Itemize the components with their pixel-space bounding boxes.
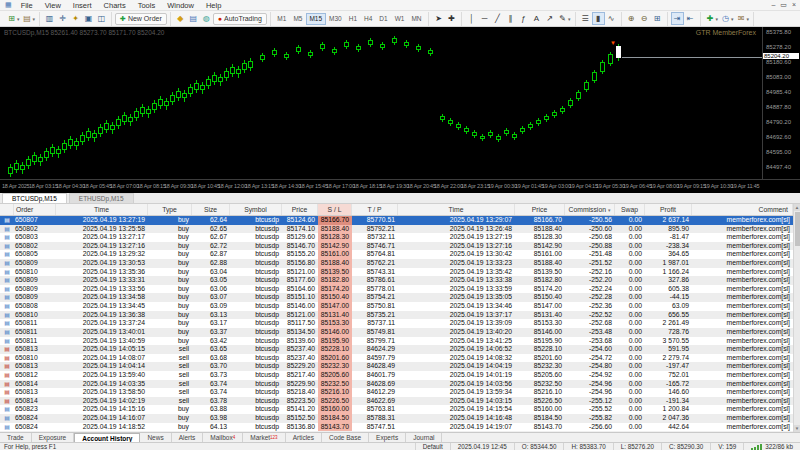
history-row[interactable]: ▤6508112025.04.19 13:40:59buy63.42btcusd… — [0, 337, 793, 346]
history-row[interactable]: ▤6508122025.04.19 13:59:40sell63.73btcus… — [0, 371, 793, 380]
history-row[interactable]: ▤6508092025.04.19 13:34:58buy63.07btcusd… — [0, 293, 793, 302]
dropdown-caret-icon[interactable]: ▾ — [17, 16, 20, 22]
navigator-icon[interactable]: ✦ — [69, 12, 82, 25]
chart-shift-icon[interactable]: ⇤ — [684, 12, 697, 25]
menu-insert[interactable]: Insert — [67, 1, 98, 10]
menu-file[interactable]: File — [15, 1, 39, 10]
tab-journal[interactable]: Journal — [406, 433, 442, 442]
channel-icon[interactable]: ∥ — [504, 12, 517, 25]
menu-tools[interactable]: Tools — [132, 1, 162, 10]
timeframe-h1[interactable]: H1 — [345, 13, 360, 25]
bar-chart-icon[interactable]: ☰ — [579, 12, 592, 25]
scroll-thumb[interactable] — [795, 212, 800, 246]
candlestick-chart-icon[interactable]: ▮ — [592, 12, 605, 25]
history-row[interactable]: ▤6508142025.04.19 14:03:35sell63.74btcus… — [0, 380, 793, 389]
dropdown-caret-icon[interactable]: ▾ — [716, 16, 719, 22]
history-row[interactable]: ▤6508082025.04.19 13:34:45buy63.09btcusd… — [0, 302, 793, 311]
history-row[interactable]: ▤6508242025.04.19 14:18:52buy64.13btcusd… — [0, 423, 793, 432]
print-icon[interactable]: ▤ — [187, 12, 200, 25]
history-row[interactable]: ▤6508112025.04.19 13:40:01buy63.37btcusd… — [0, 328, 793, 337]
profile-name[interactable]: Default — [415, 443, 450, 450]
scroll-down-icon[interactable]: ▼ — [794, 425, 800, 432]
menu-help[interactable]: Help — [200, 1, 227, 10]
tab-articles[interactable]: Articles — [286, 433, 322, 442]
history-row[interactable]: ▤6508132025.04.19 14:04:14sell63.70btcus… — [0, 362, 793, 371]
dropdown-caret-icon[interactable]: ▾ — [731, 16, 734, 22]
column-header-doc-icon[interactable] — [0, 204, 14, 215]
timeframe-mn[interactable]: MN — [408, 13, 425, 25]
fibonacci-icon[interactable]: ƒ — [517, 12, 530, 25]
metaeditor-icon[interactable]: ◆ — [174, 12, 187, 25]
text-label-icon[interactable]: A — [530, 12, 543, 25]
cursor-icon[interactable]: ➤ — [432, 12, 445, 25]
history-row[interactable]: ▤6508022025.04.19 13:25:58buy62.65btcusd… — [0, 225, 793, 234]
history-row[interactable]: ▤6508102025.04.19 13:35:36buy63.04btcusd… — [0, 268, 793, 277]
arrows-icon[interactable]: ↗ — [543, 12, 556, 25]
history-row[interactable]: ▤6508132025.04.19 13:58:50sell63.74btcus… — [0, 388, 793, 397]
tab-alerts[interactable]: Alerts — [172, 433, 204, 442]
chart-tab-btcusd[interactable]: BTCUSDp,M15 — [2, 193, 67, 203]
community-icon[interactable]: ◍ — [200, 12, 213, 25]
history-row[interactable]: ▤6508032025.04.19 13:27:17buy62.67btcusd… — [0, 233, 793, 242]
strategy-tester-icon[interactable]: ◫ — [95, 12, 108, 25]
chart-plot[interactable]: ▼ — [0, 27, 762, 179]
column-header-take-profit[interactable]: T / P — [352, 204, 398, 215]
history-row[interactable]: ▤6508092025.04.19 13:33:31buy63.05btcusd… — [0, 276, 793, 285]
tab-news[interactable]: News — [140, 433, 171, 442]
dropdown-caret-icon[interactable]: ▾ — [747, 16, 750, 22]
auto-scroll-icon[interactable]: ⇥ — [671, 12, 684, 25]
column-header-close-price[interactable]: Price — [515, 204, 565, 215]
vertical-scrollbar[interactable]: ▲ ▼ — [793, 204, 800, 432]
history-row[interactable]: ▤6508102025.04.19 14:08:07sell63.68btcus… — [0, 354, 793, 363]
time-axis[interactable]: 18 Apr 202518 Apr 03:1518 Apr 04:3018 Ap… — [0, 179, 800, 193]
terminal-icon[interactable]: ▣ — [82, 12, 95, 25]
history-row[interactable]: ▤6508132025.04.19 14:05:15sell63.65btcus… — [0, 345, 793, 354]
tab-exposure[interactable]: Exposure — [32, 433, 74, 442]
restore-button[interactable]: ▭ — [780, 1, 787, 9]
chart-window-icon[interactable]: ▦ — [2, 1, 15, 9]
column-header-comment[interactable]: Comment — [692, 204, 793, 215]
column-header-close-time[interactable]: Time — [398, 204, 515, 215]
history-row[interactable]: ▤6508052025.04.19 13:29:32buy62.87btcusd… — [0, 250, 793, 259]
tab-account-history[interactable]: Account History — [74, 433, 140, 442]
history-row[interactable]: ▤6508232025.04.19 14:15:16buy63.88btcusd… — [0, 405, 793, 414]
column-header-type[interactable]: Type — [148, 204, 192, 215]
timeframe-w1[interactable]: W1 — [391, 13, 408, 25]
tab-trade[interactable]: Trade — [0, 433, 32, 442]
timeframe-m1[interactable]: M1 — [274, 13, 290, 25]
column-header-commission[interactable]: Commission▾ — [565, 204, 615, 215]
trendline-icon[interactable]: ╱ — [491, 12, 504, 25]
chart-area[interactable]: BTCUSDp,M15 85261.40 85273.70 85171.70 8… — [0, 27, 800, 193]
new-order-button[interactable]: ✚New Order — [115, 13, 167, 25]
vertical-line-icon[interactable]: │ — [465, 12, 478, 25]
autotrading-button[interactable]: ●AutoTrading — [213, 13, 267, 25]
tab-code-base[interactable]: Code Base — [322, 433, 369, 442]
column-header-open-time[interactable]: Time — [56, 204, 148, 215]
history-row[interactable]: ▤6508142025.04.19 14:02:19sell63.78btcus… — [0, 397, 793, 406]
crosshair-icon[interactable]: ✚ — [445, 12, 458, 25]
history-row[interactable]: ▤6508072025.04.19 13:27:19buy62.64btcusd… — [0, 216, 793, 225]
tab-mailbox[interactable]: Mailbox4 — [203, 433, 243, 442]
menu-view[interactable]: View — [39, 1, 67, 10]
history-row[interactable]: ▤6508092025.04.19 13:33:56buy63.06btcusd… — [0, 285, 793, 294]
market-watch-icon[interactable]: ▥ — [43, 12, 56, 25]
horizontal-line-icon[interactable]: ─ — [478, 12, 491, 25]
tab-market[interactable]: Market123 — [243, 433, 285, 442]
line-chart-icon[interactable]: ∿ — [605, 12, 618, 25]
column-header-order[interactable]: Order — [14, 204, 56, 215]
timeframe-m30[interactable]: M30 — [326, 13, 346, 25]
history-row[interactable]: ▤6508022025.04.19 13:27:16buy62.72btcusd… — [0, 242, 793, 251]
menu-charts[interactable]: Charts — [98, 1, 132, 10]
dropdown-caret-icon[interactable]: ▾ — [33, 16, 36, 22]
history-row[interactable]: ▤6508092025.04.19 13:30:53buy62.88btcusd… — [0, 259, 793, 268]
price-axis[interactable]: 85204.20 85375.8085278.2085180.6085083.0… — [762, 27, 800, 179]
history-row[interactable]: ▤6508102025.04.19 13:36:38buy63.13btcusd… — [0, 311, 793, 320]
tile-windows-icon[interactable]: ⊞ — [651, 12, 664, 25]
close-button[interactable]: × — [792, 1, 796, 9]
timeframe-m5[interactable]: M5 — [290, 13, 306, 25]
timeframe-h4[interactable]: H4 — [361, 13, 376, 25]
dropdown-caret-icon[interactable]: ▾ — [568, 16, 571, 22]
column-header-profit[interactable]: Profit — [645, 204, 692, 215]
zoom-out-icon[interactable]: ⊖ — [638, 12, 651, 25]
timeframe-m15[interactable]: M15 — [306, 13, 326, 25]
